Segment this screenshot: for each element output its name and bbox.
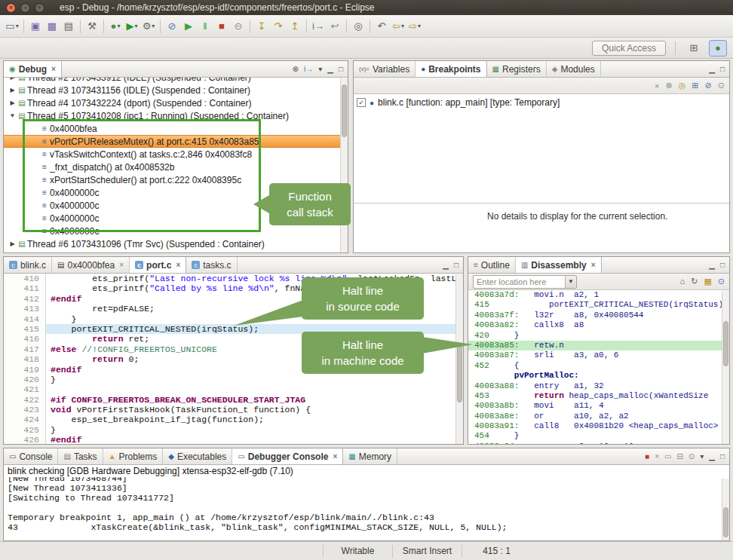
link-with-debug-view-icon[interactable]: ⊙ — [718, 81, 725, 90]
show-supported-breakpoints-icon[interactable]: ◎ — [679, 81, 686, 90]
close-icon[interactable]: × — [119, 261, 124, 269]
debug-thread-row[interactable]: ▶▤Thread #3 1073431156 (IDLE) (Suspended… — [4, 84, 348, 96]
tree-collapsed-icon[interactable]: ▶ — [8, 87, 17, 93]
tree-collapsed-icon[interactable]: ▶ — [8, 78, 17, 81]
remove-breakpoint-icon[interactable]: × — [655, 81, 659, 90]
disasm-line[interactable]: 40083a7f: l32r a8, 0x40080544 — [468, 311, 729, 320]
code-line[interactable]: 423void vPortFirstTaskHook(TaskFunction_… — [4, 405, 463, 415]
last-edit-location-icon[interactable]: ↶ — [373, 18, 390, 35]
debug-tab-debug[interactable]: ◉Debug× — [4, 61, 62, 77]
tree-expanded-icon[interactable]: ▼ — [8, 112, 17, 119]
location-combo[interactable]: Enter location here ▼ — [473, 275, 577, 289]
debug-scrollbar[interactable] — [340, 78, 348, 252]
chevron-down-icon[interactable]: ▼ — [565, 276, 576, 288]
maximize-view-icon[interactable]: □ — [454, 261, 459, 269]
disasm-tab-disassembly[interactable]: ▥Disassembly× — [516, 257, 602, 273]
disasm-line[interactable]: 40083a91: call8 0x40081b20 <heap_caps_ma… — [468, 421, 729, 431]
forward-icon[interactable]: ⇨▾ — [406, 18, 423, 35]
right-tab-modules[interactable]: ◈Modules — [547, 61, 601, 77]
console-tab-executables[interactable]: ◆Executables — [163, 448, 232, 464]
step-return-icon[interactable]: ↥ — [287, 18, 303, 35]
code-line[interactable]: 424 esp_set_breakpoint_if_jtag(function)… — [4, 415, 463, 424]
editor-tab-blink-c[interactable]: cblink.c — [4, 257, 52, 273]
console-tab-debugger-console[interactable]: ▭Debugger Console× — [232, 448, 343, 464]
scroll-lock-icon[interactable]: ⊟ — [676, 452, 682, 461]
pin-console-icon[interactable]: ⊙ — [689, 452, 695, 461]
minimize-view-icon[interactable]: ▁ — [443, 261, 449, 269]
stack-frame-row[interactable]: ≡_frxt_dispatch() at 0x4008532b — [4, 161, 348, 173]
disasm-line[interactable]: 40083a8e: or a10, a2, a2 — [468, 412, 729, 421]
dropdown-caret-icon[interactable]: ▾ — [134, 23, 137, 29]
resume-icon[interactable]: ▶ — [180, 18, 197, 35]
close-icon[interactable]: × — [333, 452, 337, 461]
editor-tab-tasks-c[interactable]: ctasks.c — [186, 257, 237, 273]
minimize-view-icon[interactable]: ▁ — [327, 65, 333, 73]
code-line[interactable]: 420} — [4, 375, 463, 384]
close-icon[interactable]: × — [51, 65, 56, 73]
disasm-line[interactable]: 40083a7d: movi.n a2, 1 — [468, 290, 729, 300]
suspend-icon[interactable]: ‖ — [197, 18, 213, 35]
code-line[interactable]: 421 — [4, 384, 463, 394]
debug-thread-row[interactable]: ▼▤Thread #5 1073410208 (ipc1 : Running) … — [4, 109, 348, 122]
breakpoint-checkbox[interactable]: ✓ — [357, 98, 366, 107]
maximize-view-icon[interactable]: □ — [720, 65, 725, 73]
debug-thread-row[interactable]: ▶▤Thread #2 1073433912 (IDLE) (Suspended… — [4, 78, 348, 84]
back-icon[interactable]: ⇦▾ — [390, 18, 406, 35]
minimize-view-icon[interactable]: ▁ — [709, 261, 715, 269]
step-into-icon[interactable]: ↧ — [253, 18, 270, 35]
save-all-icon[interactable]: ▩ — [44, 18, 60, 35]
quick-access-button[interactable]: Quick Access — [592, 41, 666, 56]
minimize-view-icon[interactable]: ▁ — [709, 65, 715, 73]
disassembly-listing[interactable]: 40083a7d: movi.n a2, 1415 portEXIT_CRITI… — [468, 290, 729, 444]
right-tab-breakpoints[interactable]: ●Breakpoints — [416, 61, 486, 77]
skip-all-breakpoints-icon[interactable]: ⊘ — [705, 81, 712, 90]
drop-to-frame-icon[interactable]: ↩ — [327, 18, 343, 35]
view-menu-icon[interactable]: ▾ — [318, 65, 322, 73]
disasm-line[interactable]: 454 } — [468, 431, 729, 441]
terminate-console-icon[interactable]: ■ — [645, 452, 649, 461]
disasm-line[interactable]: 420 } — [468, 331, 729, 341]
instruction-stepping-icon[interactable]: i→ — [310, 18, 327, 35]
breakpoint-row[interactable]: ✓ ● blink.c [function: app_main] [type: … — [354, 94, 729, 111]
editor-scrollbar-thumb[interactable] — [457, 342, 462, 402]
disasm-tab-outline[interactable]: ≡Outline — [468, 257, 516, 273]
editor-scrollbar[interactable] — [455, 274, 463, 444]
editor-tab-0x4000bfea[interactable]: ▤0x4000bfea× — [52, 257, 130, 273]
save-icon[interactable]: ▣ — [27, 18, 44, 35]
disasm-line[interactable]: 40083a88: entry a1, 32 — [468, 381, 729, 391]
console-tab-memory[interactable]: ▦Memory — [343, 448, 397, 464]
disasm-line[interactable]: 40083a82: callx8 a8 — [468, 320, 729, 330]
stack-frame-row[interactable]: ≡0x4000000c — [4, 225, 348, 237]
view-menu-icon[interactable]: ▾ — [700, 452, 704, 461]
sync-with-active-context-icon[interactable]: ⊙ — [718, 277, 725, 286]
disasm-line[interactable]: pvPortMalloc: — [468, 371, 729, 381]
debug-perspective-icon[interactable]: ● — [709, 40, 727, 57]
remove-launch-icon[interactable]: × — [655, 452, 659, 461]
external-tools-icon[interactable]: ⚙▾ — [140, 18, 157, 35]
disassembly-scrollbar[interactable] — [722, 291, 729, 444]
close-icon[interactable]: × — [591, 261, 596, 269]
stack-frame-row[interactable]: ≡vPortCPUReleaseMutex() at port.c:415 0x… — [4, 135, 348, 148]
disasm-line[interactable]: 40083a87: srli a3, a0, 6 — [468, 350, 729, 360]
window-maximize-icon[interactable]: + — [35, 3, 44, 13]
clear-console-icon[interactable]: ▭ — [664, 452, 671, 461]
minimize-view-icon[interactable]: ▁ — [709, 452, 715, 461]
show-source-icon[interactable]: ▦ — [704, 277, 711, 286]
terminate-icon[interactable]: ■ — [213, 18, 230, 35]
window-close-icon[interactable]: × — [6, 3, 16, 13]
debug-scrollbar-thumb[interactable] — [342, 84, 347, 137]
debug-thread-row[interactable]: ▶▤Thread #6 1073431096 (Tmr Svc) (Suspen… — [4, 237, 348, 250]
dropdown-caret-icon[interactable]: ▾ — [117, 23, 120, 29]
tree-collapsed-icon[interactable]: ▶ — [8, 240, 17, 247]
console-tab-problems[interactable]: ▲Problems — [103, 448, 164, 464]
maximize-view-icon[interactable]: □ — [339, 65, 343, 73]
instruction-stepping-mode-icon[interactable]: i→ — [304, 65, 313, 73]
disasm-line[interactable]: 40083a85: retw.n — [468, 341, 729, 350]
stack-frame-row[interactable]: ≡vTaskSwitchContext() at tasks.c:2,846 0… — [4, 148, 348, 161]
refresh-view-icon[interactable]: ↻ — [691, 277, 698, 286]
build-icon[interactable]: ⚒ — [84, 18, 100, 35]
console-tab-console[interactable]: ▭Console — [4, 448, 58, 464]
dropdown-caret-icon[interactable]: ▾ — [418, 23, 421, 29]
code-line[interactable]: 426#endif — [4, 435, 463, 444]
disassembly-scrollbar-thumb[interactable] — [723, 321, 728, 366]
